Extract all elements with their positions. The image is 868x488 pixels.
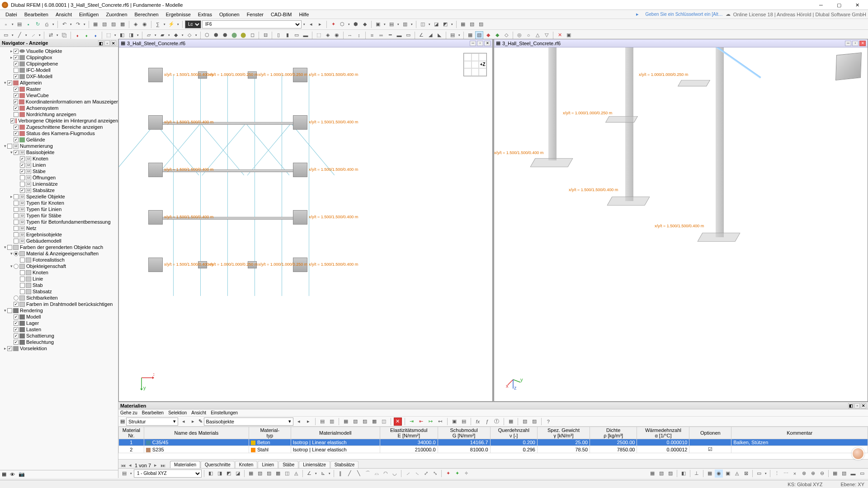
n1-icon[interactable]: ▤ — [448, 31, 457, 39]
del-icon[interactable]: ✕ — [556, 31, 564, 39]
l4-icon[interactable]: ▬ — [395, 31, 403, 39]
mat-tab[interactable]: Knoten — [235, 461, 258, 468]
mat-wand-icon[interactable]: ✎ — [198, 418, 203, 424]
mat-combo-left[interactable]: Struktur ▾ — [126, 418, 178, 426]
undo-icon[interactable]: ↶ — [60, 20, 68, 28]
cam-icon[interactable]: ▣ — [565, 31, 573, 39]
tree-item[interactable]: Lager — [0, 320, 118, 326]
tree-item[interactable]: Beleuchtung — [0, 339, 118, 345]
pager-first[interactable]: ⏮ — [120, 463, 126, 468]
tree-item[interactable]: Modell — [0, 314, 118, 320]
b1-icon[interactable]: ▣ — [374, 20, 382, 28]
nav-cam-icon[interactable]: 📷 — [19, 471, 25, 477]
tree-item[interactable]: 12Typen für Stäbe — [0, 212, 118, 219]
tree-item[interactable]: Farben im Drahtmodell berücksichtigen — [0, 301, 118, 307]
tree-item[interactable]: Achsensystem — [0, 105, 118, 111]
tree-item[interactable]: ▾Farben der gerenderten Objekte nach — [0, 244, 118, 250]
open-icon[interactable]: ▤ — [15, 20, 24, 28]
grid5-icon[interactable]: ◇ — [502, 31, 510, 39]
h1-icon[interactable]: ⊟ — [261, 31, 269, 39]
tree-item[interactable]: Nordrichtung anzeigen — [0, 111, 118, 117]
l3-icon[interactable]: ━ — [386, 31, 394, 39]
mat-tab[interactable]: Querschnitte — [201, 461, 235, 468]
mat-pin-icon[interactable]: ◧ — [848, 403, 854, 408]
i1-icon[interactable]: ▯ — [274, 31, 283, 39]
bf3[interactable]: ✧ — [462, 469, 470, 478]
bg1[interactable]: ▦ — [648, 469, 656, 478]
keyword-hint[interactable]: Geben Sie ein Schlüsselwort ein [Alt… — [645, 12, 722, 17]
mat-t1[interactable]: ▣ — [450, 418, 458, 426]
bi4[interactable]: ◬ — [733, 469, 741, 478]
k1-icon[interactable]: ↔ — [346, 31, 354, 39]
viewcube-z[interactable]: +Z — [479, 61, 486, 69]
tree-item[interactable]: 12Knoten — [0, 155, 118, 162]
bk3[interactable]: × — [791, 469, 799, 478]
tree-item[interactable]: DXF-Modell — [0, 73, 118, 80]
foundation[interactable] — [293, 115, 307, 130]
b3-icon[interactable]: ▥ — [401, 20, 409, 28]
g5-icon[interactable]: ⬤ — [239, 31, 247, 39]
o1-icon[interactable]: ◎ — [515, 31, 524, 39]
bg2[interactable]: ▧ — [657, 469, 665, 478]
f1-icon[interactable]: ▱ — [145, 31, 153, 39]
bd5[interactable]: ⌓ — [373, 469, 381, 478]
save-icon[interactable]: ▪ — [24, 20, 33, 28]
bk4[interactable]: ⊗ — [800, 469, 808, 478]
i4-icon[interactable]: ▬ — [302, 31, 310, 39]
print-icon[interactable]: ⎙ — [42, 20, 51, 28]
mat-menu-sel[interactable]: Selektion — [168, 410, 187, 415]
foundation-iso[interactable] — [605, 116, 638, 122]
foundation[interactable] — [293, 210, 307, 225]
f3-icon[interactable]: ◆ — [172, 31, 180, 39]
sel-icon[interactable]: ▭ — [2, 31, 10, 39]
bi5[interactable]: ⊠ — [742, 469, 750, 478]
mat-close-icon[interactable]: ✕ — [861, 403, 866, 408]
tree-item[interactable]: ▾Allgemein — [0, 80, 118, 86]
mat-menu-view[interactable]: Ansicht — [191, 410, 206, 415]
mat-r3[interactable]: ▨ — [361, 418, 369, 426]
combo-lol[interactable]: LoI — [185, 20, 201, 28]
j2-icon[interactable]: ◈ — [324, 31, 332, 39]
tree-item[interactable]: 12Typen für Knoten — [0, 200, 118, 206]
tree-item[interactable]: ▾Material & Anzeigeeigenschaften — [0, 250, 118, 257]
menu-einfuegen[interactable]: Einfügen — [75, 11, 102, 18]
dlt-icon[interactable]: ⚡ — [167, 20, 175, 28]
bd6[interactable]: ◠ — [382, 469, 390, 478]
ax-icon[interactable]: ✦ — [329, 20, 337, 28]
c2-icon[interactable]: ◪ — [432, 20, 440, 28]
bd2[interactable]: ╱ — [345, 469, 354, 478]
menu-cadbim[interactable]: CAD-BIM — [267, 11, 295, 18]
tree-item[interactable]: ▾Objekteigenschaft — [0, 263, 118, 269]
next-icon[interactable]: ▸ — [316, 20, 324, 28]
minimize-button[interactable]: ─ — [812, 0, 830, 10]
mat-tab[interactable]: Linien — [258, 461, 278, 468]
view1-icon[interactable]: ▦ — [91, 20, 99, 28]
bk5[interactable]: ⊕ — [809, 469, 817, 478]
view-left-max[interactable]: ▫ — [477, 41, 483, 46]
bb7[interactable]: ▨ — [265, 469, 273, 478]
al-icon[interactable]: ◆ — [361, 20, 369, 28]
line-icon[interactable]: ╱ — [15, 31, 24, 39]
tree-item[interactable]: Raster — [0, 86, 118, 92]
mat-s1[interactable]: ▤ — [318, 418, 326, 426]
g6-icon[interactable]: ◻ — [248, 31, 256, 39]
mat-help[interactable]: ? — [544, 418, 552, 426]
viewcube-iso[interactable] — [835, 52, 862, 80]
sp3-icon[interactable]: ⬧ — [91, 31, 99, 39]
tree-item[interactable]: ▸Vorselektion — [0, 345, 118, 352]
tree-item[interactable]: ▸Visuelle Objekte — [0, 48, 118, 54]
bb2[interactable]: ◨ — [216, 469, 224, 478]
bb-combo-cs[interactable]: 1 - Global XYZ — [134, 469, 202, 478]
view-left-canvas[interactable]: x/y/t = 1.500/1.500/0.400 m x/y/t = 1.00… — [119, 47, 492, 401]
mat-r5[interactable]: ◫ — [380, 418, 388, 426]
view-right-min[interactable]: ─ — [845, 41, 851, 46]
bb9[interactable]: ◫ — [283, 469, 291, 478]
view-right-close[interactable]: ✕ — [859, 41, 866, 46]
mat-cfg2[interactable]: ▨ — [530, 418, 538, 426]
mat-tab[interactable]: Materialien — [170, 461, 200, 468]
bi2[interactable]: ◉ — [715, 469, 723, 478]
tree-item[interactable]: Zugeschnittene Bereiche anzeigen — [0, 124, 118, 130]
l2-icon[interactable]: ═ — [377, 31, 385, 39]
bd7[interactable]: ◡ — [391, 469, 399, 478]
mat-combo-right[interactable]: Basisobjekte ▾ — [204, 418, 293, 426]
